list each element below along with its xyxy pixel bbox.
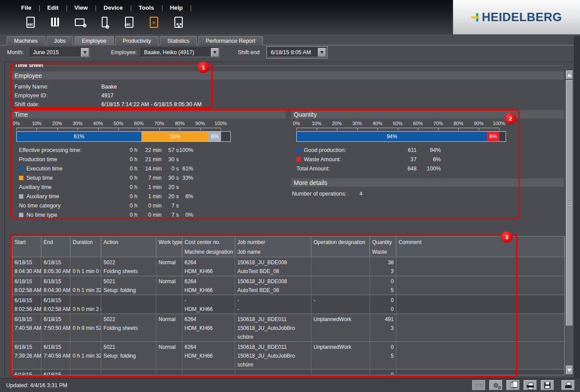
duration-seconds: 7 s bbox=[163, 201, 179, 211]
month-select[interactable]: June 2015 bbox=[30, 48, 89, 57]
dropdown-arrow-icon[interactable] bbox=[318, 48, 326, 57]
field-value: 4917 bbox=[101, 92, 114, 99]
quantity-breakdown-row: Waste Amount: 37 6% bbox=[291, 155, 564, 164]
duration-minutes: 7 min bbox=[139, 174, 162, 183]
table-row[interactable]: 6/18/158:02:56 AM6/18/158:02:58 AM0 h 0 … bbox=[12, 295, 565, 314]
quantity-row-label: Total Amount: bbox=[296, 166, 330, 172]
scroll-up-button[interactable] bbox=[566, 70, 573, 79]
column-header-action: Action bbox=[101, 237, 156, 257]
scale-tick bbox=[37, 128, 37, 130]
time-breakdown-row: Auxiliary time 0 h1 min20 s bbox=[12, 183, 286, 192]
table-row[interactable]: 6/18/157:39:26 AM6/18/157:40:58 AM0 h 1 … bbox=[12, 342, 565, 370]
cell-line: - bbox=[235, 296, 311, 305]
duration-hours: 0 h bbox=[124, 183, 137, 192]
table-row[interactable]: 6/18/158:02:58 AM6/18/158:04:30 AM0 h 1 … bbox=[12, 276, 565, 295]
cell-line: UnplannedWork bbox=[311, 315, 369, 324]
scale-tick-label: 100% bbox=[493, 121, 505, 126]
time-row-percent: 0% bbox=[175, 211, 193, 220]
tab-machines[interactable]: Machines bbox=[7, 36, 45, 45]
cell-line bbox=[311, 351, 369, 360]
menu-tools[interactable]: Tools bbox=[139, 4, 154, 11]
cell-line: 8:04:30 AM bbox=[12, 267, 41, 276]
operations-count-label: Number of operations: bbox=[292, 191, 347, 197]
cell-line: 6264 bbox=[182, 258, 235, 267]
print-preview-button[interactable] bbox=[562, 380, 575, 390]
scale-tick-label: 10% bbox=[312, 121, 321, 126]
cell-comment bbox=[396, 276, 565, 295]
heidelberg-logo-text: HEIDELBERG bbox=[482, 11, 562, 24]
employee-select[interactable]: Baake, Heiko (4917) bbox=[141, 48, 219, 57]
bar-segment-label: 94% bbox=[387, 133, 397, 140]
cell-worktype bbox=[156, 295, 182, 314]
column-header-label: Start bbox=[12, 237, 41, 247]
table-row[interactable]: 6/18/157:40:58 AM6/18/157:50:50 AM0 h 9 … bbox=[12, 314, 565, 342]
save-button[interactable] bbox=[541, 380, 554, 390]
table-row[interactable]: 6/18/157:39:25 AM6/18/157:39:26 AM0 h 0 … bbox=[12, 370, 565, 375]
cell-line bbox=[370, 333, 396, 341]
cell-duration: 0 h 1 min 32 s bbox=[70, 342, 101, 369]
text-report-icon[interactable]: ABC bbox=[23, 14, 38, 30]
menu-device[interactable]: Device bbox=[103, 4, 123, 11]
cell-job: 150618_JU_BDE008AutoTest BDE_08 bbox=[235, 257, 311, 276]
cell-line: 6/18/15 bbox=[12, 296, 41, 305]
scroll-down-button[interactable] bbox=[566, 366, 573, 374]
system-settings-icon[interactable]: ⚙ bbox=[72, 14, 87, 30]
cell-line bbox=[156, 296, 182, 305]
dropdown-arrow-icon[interactable] bbox=[81, 48, 89, 57]
column-header-operation: Operation designation bbox=[311, 237, 370, 257]
settings-button[interactable] bbox=[489, 380, 502, 390]
duration-hours: 0 h bbox=[124, 164, 137, 174]
copy-button[interactable] bbox=[506, 380, 520, 390]
cell-cost: -HDM_KH66 bbox=[182, 295, 235, 314]
tab-productivity[interactable]: Productivity bbox=[115, 36, 159, 45]
quantity-row-label: Good production: bbox=[304, 147, 346, 153]
scale-tick-label: 40% bbox=[373, 121, 382, 126]
cell-line: Setup: folding bbox=[101, 286, 156, 295]
menu-edit[interactable]: Edit bbox=[47, 4, 59, 11]
menu-file[interactable]: File bbox=[21, 4, 31, 11]
vertical-scrollbar[interactable] bbox=[565, 70, 573, 375]
cell-line bbox=[311, 258, 369, 267]
performance-report-icon[interactable]: ≈ bbox=[146, 14, 161, 30]
text-import-icon[interactable]: ABC← bbox=[122, 14, 137, 30]
time-row-label: Auxiliary time bbox=[26, 193, 59, 200]
menu-view[interactable]: View bbox=[74, 4, 88, 11]
scale-tick bbox=[438, 128, 439, 130]
cell-operation: - bbox=[311, 295, 370, 314]
cell-line: - bbox=[311, 370, 369, 375]
cell-line: 6/18/15 bbox=[41, 296, 70, 305]
flow-diagram-icon[interactable] bbox=[171, 14, 186, 30]
status-updated-text: Updated: 4/4/16 3:31 PM bbox=[6, 382, 67, 388]
column-header-label: Work type bbox=[156, 237, 182, 247]
tab-employee[interactable]: Employee bbox=[74, 36, 114, 45]
cell-worktype: Normal bbox=[156, 276, 182, 295]
device-settings-icon[interactable]: ⚙ bbox=[97, 14, 112, 30]
tab-statistics[interactable]: Statistics bbox=[160, 36, 197, 45]
cell-cost: 6264HDM_KH66 bbox=[182, 314, 235, 341]
scrollbar-thumb[interactable] bbox=[566, 80, 573, 326]
cell-line: Normal bbox=[156, 277, 182, 286]
timesheet-group-label: Time sheet bbox=[15, 62, 43, 68]
scale-tick bbox=[479, 128, 479, 130]
bar-chart-icon[interactable] bbox=[48, 14, 63, 30]
cell-line: 6/18/15 bbox=[12, 370, 41, 375]
cell-cost: -HDM_KH66 bbox=[182, 370, 235, 375]
table-row[interactable]: 6/18/158:04:30 AM6/18/158:05:30 AM0 h 1 … bbox=[12, 257, 565, 276]
cell-line bbox=[101, 333, 156, 341]
time-row-label: Execution time bbox=[26, 166, 63, 172]
cell-line bbox=[156, 351, 182, 360]
cell-action: 5021Setup: folding bbox=[101, 276, 156, 295]
cell-line bbox=[396, 277, 564, 286]
print-button[interactable] bbox=[524, 380, 537, 390]
shift-end-select[interactable]: 6/18/15 8:05 AM bbox=[268, 48, 326, 57]
cell-line: 150618_JU_AutoJobBro bbox=[235, 351, 311, 360]
scale-tick-label: 10% bbox=[32, 121, 41, 126]
tab-jobs[interactable]: Jobs bbox=[47, 36, 73, 45]
duration-hours: 0 h bbox=[124, 201, 137, 211]
quantity-row-percent: 100% bbox=[420, 164, 441, 174]
tab-performance-report[interactable]: Performance Report bbox=[198, 36, 263, 45]
cell-line: 8:04:30 AM bbox=[41, 286, 70, 295]
menu-help[interactable]: Help bbox=[170, 4, 183, 11]
time-row-label: Setup time bbox=[26, 175, 53, 181]
dropdown-arrow-icon[interactable] bbox=[211, 48, 219, 57]
